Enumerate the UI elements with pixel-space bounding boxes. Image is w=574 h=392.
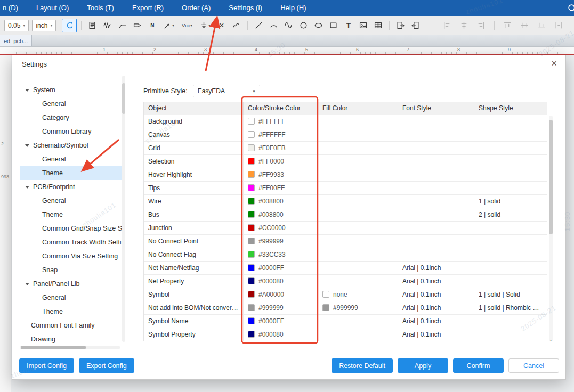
primitive-style-select[interactable]: EasyEDA ▾ [193,85,260,97]
close-icon[interactable]: × [551,58,557,69]
color-swatch[interactable] [248,264,255,271]
confirm-button[interactable]: Confirm [453,358,504,373]
cell-stroke-color: #FFFFFF [244,128,318,142]
no-connect-icon[interactable]: × [215,19,228,32]
tree-item-5-general[interactable]: General [20,152,124,166]
tree-item-16-theme[interactable]: Theme [20,305,124,318]
tree-group-0-system[interactable]: System [20,83,124,97]
tree-item-13-snap[interactable]: Snap [20,263,124,277]
sidebar-vertical-scrollbar[interactable] [122,76,125,342]
scrollbar-thumb[interactable] [21,346,86,349]
freehand-tool-icon[interactable] [230,19,243,32]
menu-item-settings[interactable]: Settings (I) [220,0,271,16]
color-swatch[interactable] [248,291,255,298]
color-swatch[interactable] [248,118,255,125]
ground-flag-icon[interactable]: ▾ [197,19,213,32]
cancel-button[interactable]: Cancel [508,358,559,373]
expand-arrow-icon[interactable] [25,186,29,189]
color-swatch[interactable] [248,304,255,311]
probe-icon[interactable]: ▾ [160,19,177,32]
tree-item-11-common-track-width-setting[interactable]: Common Track Width Setting [20,235,124,249]
tree-item-6-theme[interactable]: Theme [20,166,124,180]
search-icon[interactable] [567,3,574,15]
color-swatch[interactable] [248,158,255,165]
menu-item-order[interactable]: Order (A) [173,0,220,16]
tree-group-7-pcb-footprint[interactable]: PCB/Footprint [20,180,124,194]
color-swatch[interactable] [248,317,255,324]
color-swatch[interactable] [322,291,329,298]
vcc-flag-icon[interactable]: Vcc▾ [179,19,195,32]
tree-item-10-common-grid-snap-size-setting[interactable]: Common Grid/Snap Size Setting [20,222,124,235]
table-tool-icon[interactable] [371,19,385,32]
tree-item-18-drawing[interactable]: Drawing [20,332,124,346]
cell-shape-style [474,248,547,262]
menu-item-tools[interactable]: Tools (T) [78,0,123,16]
scrollbar-thumb[interactable] [122,83,125,114]
apply-button[interactable]: Apply [398,358,448,373]
tab-ed-pcb[interactable]: ed_pcb... [0,35,32,46]
color-swatch[interactable] [248,198,255,205]
net-label-icon[interactable] [131,19,144,32]
import-changes-icon[interactable] [409,19,422,32]
sheet-settings-icon[interactable] [86,19,99,32]
tree-item-15-general[interactable]: General [20,291,124,305]
color-swatch[interactable] [248,144,255,151]
table-vertical-scrollbar[interactable]: ▾ [549,116,553,341]
grid-size-select[interactable]: 0.05 ▾ [4,20,29,31]
bezier-tool-icon[interactable] [282,19,295,32]
color-swatch[interactable] [248,184,255,191]
menu-item-help[interactable]: Help (H) [271,0,315,16]
ellipse-tool-icon[interactable] [312,19,325,32]
color-swatch[interactable] [248,238,255,244]
scrollbar-thumb[interactable] [549,120,553,234]
rect-tool-icon[interactable] [327,19,340,32]
table-row: Symbol Name#0000FFArial | 0.1inch [144,315,547,328]
color-swatch[interactable] [248,131,255,138]
scroll-down-icon[interactable]: ▾ [548,337,553,342]
tree-item-8-general[interactable]: General [20,194,124,208]
circle-tool-icon[interactable] [297,19,310,32]
export-config-button[interactable]: Export Config [79,358,134,373]
expand-arrow-icon[interactable] [25,283,29,285]
tree-item-3-common-library[interactable]: Common Library [20,125,124,138]
restore-default-button[interactable]: Restore Default [332,358,393,373]
table-row: Tips#FF00FF [144,182,547,195]
color-swatch[interactable] [248,331,255,338]
tree-item-12-common-via-size-setting[interactable]: Common Via Size Setting [20,249,124,263]
sidebar-horizontal-scrollbar[interactable] [20,346,120,349]
tree-item-9-theme[interactable]: Theme [20,208,124,222]
cell-font-style [398,208,474,222]
menu-item-design[interactable]: n (D) [1,0,27,16]
unit-select[interactable]: inch ▾ [32,20,56,31]
tree-item-1-general[interactable]: General [20,97,124,111]
color-swatch[interactable] [248,224,255,231]
expand-arrow-icon[interactable] [25,144,29,147]
color-swatch[interactable] [248,277,255,284]
expand-arrow-icon[interactable] [25,89,29,92]
color-swatch[interactable] [248,251,255,258]
export-netlist-icon[interactable] [394,19,407,32]
import-config-button[interactable]: Import Config [19,358,74,373]
ruler-number: 9 [508,47,511,52]
image-tool-icon[interactable] [357,19,370,32]
bus-tool-icon[interactable] [116,19,129,32]
cell-stroke-color: #FF0000 [244,155,318,168]
tree-group-14-panel-panel-lib[interactable]: Panel/Panel Lib [20,277,124,291]
line-tool-icon[interactable] [252,19,265,32]
color-swatch[interactable] [248,211,255,218]
color-value: #008800 [258,198,284,205]
tree-group-4-schematic-symbol[interactable]: Schematic/Symbol [20,138,124,152]
menu-item-export[interactable]: Export (R) [123,0,173,16]
text-tool-icon[interactable]: T [342,19,355,32]
netflag-icon[interactable]: N [145,19,159,32]
tree-item-17-common-font-family[interactable]: Common Font Family [20,318,124,332]
wire-tool-icon[interactable] [101,19,114,32]
tree-item-2-category[interactable]: Category [20,111,124,125]
column-header-font-style: Font Style [398,102,474,115]
settings-tree: SystemGeneralCategoryCommon LibrarySchem… [20,74,124,346]
canvas-origin-button[interactable] [62,19,77,32]
menu-item-layout[interactable]: Layout (O) [27,0,78,16]
color-swatch[interactable] [322,304,329,311]
arc-tool-icon[interactable] [267,19,280,32]
color-swatch[interactable] [248,171,255,178]
